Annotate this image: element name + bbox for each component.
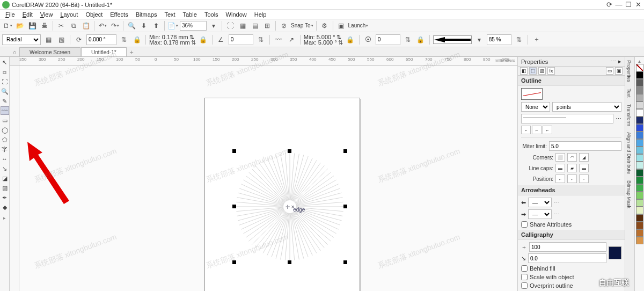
swatch[interactable]: [636, 71, 643, 79]
corner-style-1[interactable]: ⌐: [521, 126, 531, 134]
docker-menu-icon[interactable]: ⋯: [610, 58, 616, 65]
swatch[interactable]: [636, 207, 643, 214]
parallel-dim-tool-icon[interactable]: ↔: [1, 155, 9, 163]
horizontal-ruler[interactable]: millimeters 3503002502001501005005010015…: [19, 57, 517, 66]
pos-outside-icon[interactable]: ⌐: [555, 174, 565, 183]
connector-tool-icon[interactable]: ↘: [1, 164, 9, 173]
angle-spin[interactable]: ⇅: [255, 34, 266, 45]
new-button[interactable]: 🗋: [2, 20, 13, 31]
angle-input[interactable]: [229, 34, 253, 45]
strip-transform[interactable]: Transform: [625, 101, 633, 129]
strip-text[interactable]: Text: [625, 85, 633, 101]
menu-edit[interactable]: Edit: [19, 11, 36, 18]
swatch[interactable]: [636, 124, 643, 132]
drawing-area[interactable]: millimeters 3503002502001501005005010015…: [10, 57, 517, 291]
swatch-none[interactable]: [636, 64, 643, 71]
launch-dropdown[interactable]: Launch: [348, 23, 369, 28]
docker-tab-outline-icon[interactable]: ⬚: [529, 67, 537, 75]
open-button[interactable]: 📂: [14, 20, 25, 31]
ellipse-tool-icon[interactable]: ◯: [1, 126, 9, 134]
opacity-spin[interactable]: ⇅: [514, 34, 524, 45]
copy-button[interactable]: ⧉: [68, 20, 79, 31]
paste-button[interactable]: 📋: [80, 20, 91, 31]
tilt-input[interactable]: [376, 34, 400, 45]
angle-lock-icon[interactable]: 🔒: [345, 34, 356, 45]
swatch[interactable]: [636, 229, 643, 237]
swatch[interactable]: [636, 139, 643, 147]
home-tab-icon[interactable]: ⌂: [10, 48, 19, 56]
preset-combo[interactable]: Radial: [2, 34, 41, 45]
line-style-combo[interactable]: ————————: [521, 114, 613, 123]
swatch[interactable]: [636, 222, 643, 229]
pick-tool-icon[interactable]: ↖: [1, 58, 9, 67]
handle-ml[interactable]: [232, 205, 236, 208]
polygon-tool-icon[interactable]: ⬠: [1, 135, 9, 144]
tilt-spin[interactable]: ⇅: [402, 34, 413, 45]
swatch[interactable]: [636, 169, 643, 177]
scale-with-object-check[interactable]: [521, 274, 528, 280]
menu-layout[interactable]: Layout: [57, 11, 81, 18]
docker-tab-fx-icon[interactable]: fx: [547, 67, 555, 75]
swatch[interactable]: [636, 154, 643, 162]
swatch[interactable]: [636, 94, 643, 101]
minimize-button[interactable]: —: [615, 1, 623, 9]
zoom-dropdown-icon[interactable]: ▾: [208, 20, 219, 31]
handle-mr[interactable]: [343, 205, 347, 208]
swatch[interactable]: [636, 117, 643, 124]
cap-square-icon[interactable]: ▬: [579, 164, 589, 172]
swatch[interactable]: [636, 79, 643, 86]
menu-bitmaps[interactable]: Bitmaps: [133, 11, 160, 18]
pos-inside-icon[interactable]: ⌐: [579, 174, 589, 183]
menu-window[interactable]: Window: [223, 11, 250, 18]
swatch[interactable]: [636, 101, 643, 109]
print-button[interactable]: 🖶: [39, 20, 50, 31]
smooth2-button[interactable]: ↗: [286, 34, 297, 45]
handle-tl[interactable]: [232, 149, 236, 153]
options-button[interactable]: ⚙: [319, 20, 330, 31]
handle-bm[interactable]: [288, 260, 291, 264]
transparency-tool-icon[interactable]: ▨: [1, 184, 9, 192]
corner-style-3[interactable]: ⌐: [543, 126, 552, 134]
overprint-outline-check[interactable]: [521, 282, 528, 289]
maximize-button[interactable]: ☐: [625, 1, 632, 9]
strip-bitmap-mask[interactable]: Bitmap Mask: [625, 177, 633, 212]
corner-bevel-icon[interactable]: ◢: [579, 153, 589, 162]
shape-tool-icon[interactable]: ⧈: [1, 68, 9, 76]
end-arrow-more-icon[interactable]: ⋯: [554, 211, 560, 218]
zoom-level-input[interactable]: [180, 21, 207, 31]
tab-untitled[interactable]: Untitled-1*: [81, 47, 127, 56]
handle-tm[interactable]: [288, 149, 291, 153]
grid-button[interactable]: ▤: [250, 20, 260, 31]
menu-object[interactable]: Object: [82, 11, 106, 18]
reset-workspace-icon[interactable]: ⟳: [605, 1, 613, 9]
swatch[interactable]: [636, 199, 643, 207]
opacity-input[interactable]: [487, 34, 511, 45]
preset-btn1[interactable]: ▦: [43, 34, 54, 45]
rotation-input[interactable]: [86, 34, 116, 45]
export-button[interactable]: ⬆: [151, 20, 162, 31]
add-preset-button[interactable]: ＋: [531, 34, 542, 45]
menu-text[interactable]: Text: [161, 11, 178, 18]
tab-welcome[interactable]: Welcome Screen: [19, 47, 80, 56]
corner-miter-icon[interactable]: ⬜: [555, 153, 565, 162]
handle-tr[interactable]: [343, 149, 347, 153]
arrow-dd[interactable]: ▾: [474, 34, 485, 45]
cut-button[interactable]: ✂: [56, 20, 67, 31]
toolbox-expand-icon[interactable]: ▸: [0, 213, 10, 223]
selected-object[interactable]: ✛ × edge: [235, 151, 345, 262]
outline-units-combo[interactable]: points: [552, 102, 621, 112]
smooth-button[interactable]: 〰: [273, 34, 284, 45]
artistic-media-tool-icon[interactable]: 〰: [1, 106, 9, 115]
pos-center-icon[interactable]: ⌐: [567, 174, 577, 183]
menu-tools[interactable]: Tools: [201, 11, 222, 18]
add-tab-button[interactable]: ＋: [127, 48, 136, 56]
rectangle-tool-icon[interactable]: ▭: [1, 116, 9, 125]
docker-tab-transparency-icon[interactable]: ▨: [538, 67, 546, 75]
share-attributes-check[interactable]: [521, 221, 528, 228]
crop-tool-icon[interactable]: ⛶: [1, 77, 9, 86]
text-tool-icon[interactable]: 字: [1, 145, 9, 154]
cap-round-icon[interactable]: ▰: [567, 164, 577, 172]
swatch[interactable]: [636, 184, 643, 192]
swatch[interactable]: [636, 132, 643, 139]
handle-br[interactable]: [343, 260, 347, 264]
